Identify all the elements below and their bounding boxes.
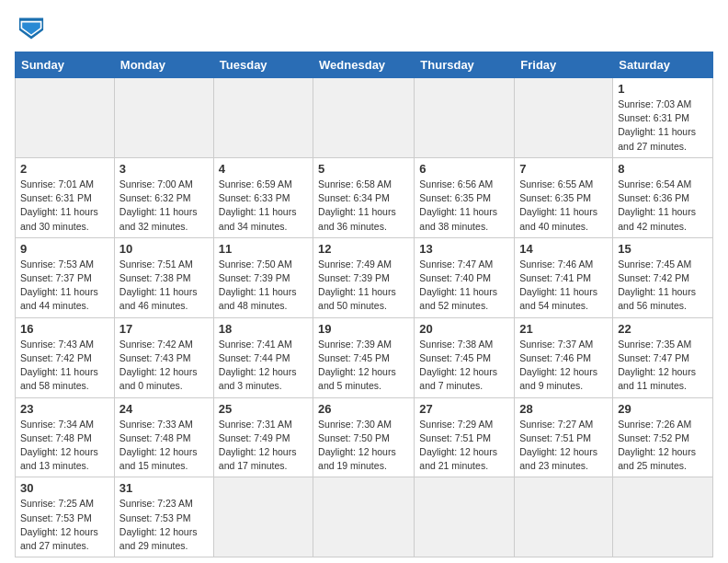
weekday-header-thursday: Thursday: [415, 52, 515, 78]
calendar-cell: [213, 477, 313, 557]
day-info: Sunrise: 7:51 AMSunset: 7:38 PMDaylight:…: [119, 258, 209, 314]
calendar-cell: 5Sunrise: 6:58 AMSunset: 6:34 PMDaylight…: [313, 157, 415, 237]
day-info: Sunrise: 6:56 AMSunset: 6:35 PMDaylight:…: [419, 178, 509, 234]
day-info: Sunrise: 7:50 AMSunset: 7:39 PMDaylight:…: [219, 258, 308, 314]
day-number: 12: [318, 242, 409, 256]
calendar: SundayMondayTuesdayWednesdayThursdayFrid…: [15, 52, 713, 557]
day-number: 18: [219, 322, 308, 336]
day-number: 30: [20, 481, 109, 495]
day-info: Sunrise: 7:26 AMSunset: 7:52 PMDaylight:…: [618, 418, 708, 474]
day-info: Sunrise: 7:27 AMSunset: 7:51 PMDaylight:…: [519, 418, 608, 474]
day-number: 27: [419, 402, 509, 416]
day-info: Sunrise: 7:38 AMSunset: 7:45 PMDaylight:…: [419, 338, 509, 394]
day-number: 7: [519, 162, 608, 176]
day-number: 31: [119, 481, 209, 495]
calendar-cell: [16, 78, 115, 158]
calendar-cell: 10Sunrise: 7:51 AMSunset: 7:38 PMDayligh…: [114, 237, 213, 317]
week-row-4: 16Sunrise: 7:43 AMSunset: 7:42 PMDayligh…: [16, 317, 713, 397]
week-row-5: 23Sunrise: 7:34 AMSunset: 7:48 PMDayligh…: [16, 397, 713, 477]
calendar-cell: 21Sunrise: 7:37 AMSunset: 7:46 PMDayligh…: [515, 317, 613, 397]
weekday-header-tuesday: Tuesday: [213, 52, 313, 78]
calendar-cell: [415, 477, 515, 557]
day-number: 17: [119, 322, 209, 336]
calendar-cell: [213, 78, 313, 158]
day-info: Sunrise: 6:59 AMSunset: 6:33 PMDaylight:…: [219, 178, 308, 234]
calendar-cell: 3Sunrise: 7:00 AMSunset: 6:32 PMDaylight…: [114, 157, 213, 237]
day-info: Sunrise: 7:31 AMSunset: 7:49 PMDaylight:…: [219, 418, 308, 474]
day-info: Sunrise: 7:43 AMSunset: 7:42 PMDaylight:…: [20, 338, 109, 394]
day-number: 24: [119, 402, 209, 416]
calendar-cell: 26Sunrise: 7:30 AMSunset: 7:50 PMDayligh…: [313, 397, 415, 477]
calendar-cell: 9Sunrise: 7:53 AMSunset: 7:37 PMDaylight…: [16, 237, 115, 317]
calendar-cell: 7Sunrise: 6:55 AMSunset: 6:35 PMDaylight…: [515, 157, 613, 237]
calendar-cell: 14Sunrise: 7:46 AMSunset: 7:41 PMDayligh…: [515, 237, 613, 317]
calendar-cell: [415, 78, 515, 158]
weekday-header-sunday: Sunday: [16, 52, 115, 78]
day-number: 8: [618, 162, 708, 176]
day-info: Sunrise: 7:23 AMSunset: 7:53 PMDaylight:…: [119, 497, 209, 553]
calendar-cell: 1Sunrise: 7:03 AMSunset: 6:31 PMDaylight…: [613, 78, 713, 158]
calendar-cell: 28Sunrise: 7:27 AMSunset: 7:51 PMDayligh…: [515, 397, 613, 477]
day-number: 15: [618, 242, 708, 256]
day-info: Sunrise: 7:33 AMSunset: 7:48 PMDaylight:…: [119, 418, 209, 474]
day-info: Sunrise: 6:54 AMSunset: 6:36 PMDaylight:…: [618, 178, 708, 234]
day-info: Sunrise: 7:29 AMSunset: 7:51 PMDaylight:…: [419, 418, 509, 474]
day-number: 21: [519, 322, 608, 336]
calendar-cell: 13Sunrise: 7:47 AMSunset: 7:40 PMDayligh…: [415, 237, 515, 317]
day-info: Sunrise: 7:46 AMSunset: 7:41 PMDaylight:…: [519, 258, 608, 314]
week-row-6: 30Sunrise: 7:25 AMSunset: 7:53 PMDayligh…: [16, 477, 713, 557]
day-info: Sunrise: 7:35 AMSunset: 7:47 PMDaylight:…: [618, 338, 708, 394]
weekday-header-saturday: Saturday: [613, 52, 713, 78]
day-number: 10: [119, 242, 209, 256]
day-number: 9: [20, 242, 109, 256]
calendar-cell: 6Sunrise: 6:56 AMSunset: 6:35 PMDaylight…: [415, 157, 515, 237]
calendar-cell: 2Sunrise: 7:01 AMSunset: 6:31 PMDaylight…: [16, 157, 115, 237]
calendar-cell: 24Sunrise: 7:33 AMSunset: 7:48 PMDayligh…: [114, 397, 213, 477]
weekday-header-wednesday: Wednesday: [313, 52, 415, 78]
calendar-cell: 25Sunrise: 7:31 AMSunset: 7:49 PMDayligh…: [213, 397, 313, 477]
day-number: 5: [318, 162, 409, 176]
weekday-header-friday: Friday: [515, 52, 613, 78]
day-info: Sunrise: 7:42 AMSunset: 7:43 PMDaylight:…: [119, 338, 209, 394]
day-number: 23: [20, 402, 109, 416]
day-number: 29: [618, 402, 708, 416]
day-info: Sunrise: 7:39 AMSunset: 7:45 PMDaylight:…: [318, 338, 409, 394]
day-number: 19: [318, 322, 409, 336]
day-info: Sunrise: 7:41 AMSunset: 7:44 PMDaylight:…: [219, 338, 308, 394]
day-number: 3: [119, 162, 209, 176]
day-info: Sunrise: 7:30 AMSunset: 7:50 PMDaylight:…: [318, 418, 409, 474]
day-number: 11: [219, 242, 308, 256]
day-info: Sunrise: 7:53 AMSunset: 7:37 PMDaylight:…: [20, 258, 109, 314]
weekday-header-monday: Monday: [114, 52, 213, 78]
calendar-cell: [613, 477, 713, 557]
day-info: Sunrise: 7:45 AMSunset: 7:42 PMDaylight:…: [618, 258, 708, 314]
day-info: Sunrise: 7:49 AMSunset: 7:39 PMDaylight:…: [318, 258, 409, 314]
day-number: 22: [618, 322, 708, 336]
calendar-cell: 30Sunrise: 7:25 AMSunset: 7:53 PMDayligh…: [16, 477, 115, 557]
day-info: Sunrise: 7:01 AMSunset: 6:31 PMDaylight:…: [20, 178, 109, 234]
calendar-cell: 27Sunrise: 7:29 AMSunset: 7:51 PMDayligh…: [415, 397, 515, 477]
calendar-cell: 23Sunrise: 7:34 AMSunset: 7:48 PMDayligh…: [16, 397, 115, 477]
logo-area: [15, 15, 51, 42]
day-number: 16: [20, 322, 109, 336]
day-number: 6: [419, 162, 509, 176]
calendar-cell: 18Sunrise: 7:41 AMSunset: 7:44 PMDayligh…: [213, 317, 313, 397]
weekday-header-row: SundayMondayTuesdayWednesdayThursdayFrid…: [16, 52, 713, 78]
day-number: 1: [618, 82, 708, 96]
calendar-cell: 19Sunrise: 7:39 AMSunset: 7:45 PMDayligh…: [313, 317, 415, 397]
week-row-3: 9Sunrise: 7:53 AMSunset: 7:37 PMDaylight…: [16, 237, 713, 317]
day-info: Sunrise: 7:34 AMSunset: 7:48 PMDaylight:…: [20, 418, 109, 474]
calendar-cell: 11Sunrise: 7:50 AMSunset: 7:39 PMDayligh…: [213, 237, 313, 317]
day-number: 28: [519, 402, 608, 416]
calendar-cell: 22Sunrise: 7:35 AMSunset: 7:47 PMDayligh…: [613, 317, 713, 397]
day-number: 2: [20, 162, 109, 176]
day-info: Sunrise: 7:00 AMSunset: 6:32 PMDaylight:…: [119, 178, 209, 234]
calendar-cell: 20Sunrise: 7:38 AMSunset: 7:45 PMDayligh…: [415, 317, 515, 397]
day-number: 20: [419, 322, 509, 336]
day-info: Sunrise: 7:25 AMSunset: 7:53 PMDaylight:…: [20, 497, 109, 553]
calendar-cell: 12Sunrise: 7:49 AMSunset: 7:39 PMDayligh…: [313, 237, 415, 317]
calendar-cell: 17Sunrise: 7:42 AMSunset: 7:43 PMDayligh…: [114, 317, 213, 397]
calendar-cell: [114, 78, 213, 158]
calendar-cell: [515, 477, 613, 557]
calendar-cell: [313, 477, 415, 557]
